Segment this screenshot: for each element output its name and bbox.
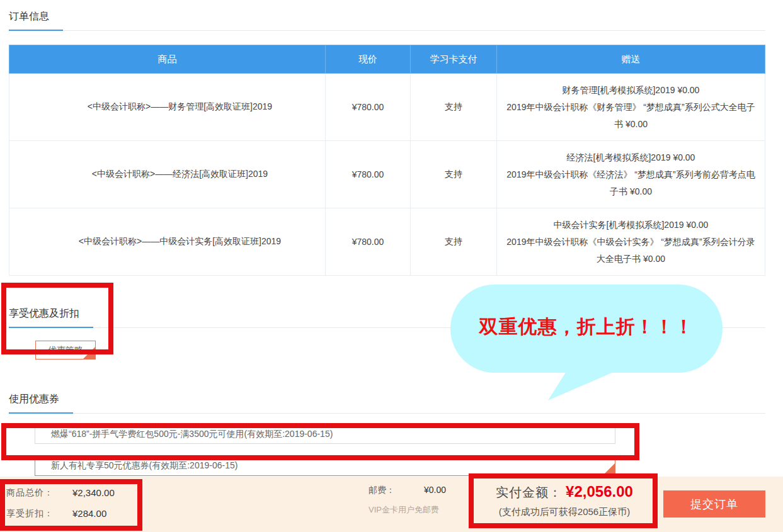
gift-line: 财务管理[机考模拟系统]2019 ¥0.00 <box>505 82 757 99</box>
shipping-fee-label: 邮费： <box>369 485 424 496</box>
gift-cell: 中级会计实务[机考模拟系统]2019 ¥0.00 2019年中级会计职称《中级会… <box>497 208 765 276</box>
submit-order-button[interactable]: 提交订单 <box>663 490 765 518</box>
discount-amount-value: ¥284.00 <box>72 508 115 519</box>
product-name: <中级会计职称>——财务管理[高效取证班]2019 <box>9 74 326 141</box>
payable-amount-value: ¥2,056.00 <box>566 483 633 501</box>
gift-cell: 财务管理[机考模拟系统]2019 ¥0.00 2019年中级会计职称《财务管理》… <box>497 74 765 141</box>
table-row: <中级会计职称>——财务管理[高效取证班]2019 ¥780.00 支持 财务管… <box>9 74 765 141</box>
coupon-label: 燃爆“618”-拼手气学费红包500元-满3500元可使用(有效期至:2019-… <box>51 429 333 439</box>
shipping-fee-value: ¥0.00 <box>424 485 446 496</box>
card-pay-support: 支持 <box>411 141 497 208</box>
selected-check-icon: ✓ <box>83 347 95 359</box>
discount-strategy-button[interactable]: 优惠策略 ✓ <box>35 341 96 359</box>
coupon-section-title: 使用优惠券 <box>9 389 73 414</box>
promo-callout-text: 双重优惠，折上折！！！ <box>479 314 694 344</box>
table-row: <中级会计职称>——经济法[高效取证班]2019 ¥780.00 支持 经济法[… <box>9 141 765 208</box>
order-summary-bar: 商品总价： ¥2,340.00 享受折扣： ¥284.00 邮费： ¥0.00 … <box>0 477 783 532</box>
col-header-card-pay: 学习卡支付 <box>411 45 497 74</box>
product-price: ¥780.00 <box>326 208 411 276</box>
product-price: ¥780.00 <box>326 74 411 141</box>
col-header-product: 商品 <box>9 45 326 74</box>
selected-check-icon: ✓ <box>603 463 615 475</box>
order-info-title: 订单信息 <box>9 6 63 31</box>
totals-block: 商品总价： ¥2,340.00 享受折扣： ¥284.00 <box>6 487 115 519</box>
card-pay-support: 支持 <box>411 208 497 276</box>
coupon-section-header: 使用优惠券 <box>9 389 765 414</box>
payable-amount-label: 实付金额： <box>496 484 562 501</box>
table-row: <中级会计职称>——中级会计实务[高效取证班]2019 ¥780.00 支持 中… <box>9 208 765 276</box>
col-header-gifts: 赠送 <box>497 45 765 74</box>
total-price-value: ¥2,340.00 <box>72 487 115 499</box>
product-price: ¥780.00 <box>326 141 411 208</box>
card-pay-support: 支持 <box>411 74 497 141</box>
discount-section-title: 享受优惠及折扣 <box>9 303 93 328</box>
gift-line: 2019年中级会计职称《中级会计实务》 “梦想成真”系列会计分录大全电子书 ¥0… <box>505 234 757 268</box>
order-table-header-row: 商品 现价 学习卡支付 赠送 <box>9 45 765 74</box>
col-header-price: 现价 <box>326 45 411 74</box>
reward-coins-note: (支付成功后可获得2056正保币) <box>474 506 655 518</box>
gift-line: 经济法[机考模拟系统]2019 ¥0.00 <box>505 149 757 166</box>
total-price-label: 商品总价： <box>6 487 72 499</box>
vip-free-shipping-note: VIP金卡用户免邮费 <box>369 504 446 516</box>
gift-line: 2019年中级会计职称《财务管理》 “梦想成真”系列公式大全电子书 ¥0.00 <box>505 99 757 133</box>
order-info-header: 订单信息 <box>9 6 765 31</box>
coupon-label: 新人有礼专享50元优惠券(有效期至:2019-06-15) <box>51 460 237 470</box>
discount-strategy-label: 优惠策略 <box>48 345 83 355</box>
gift-cell: 经济法[机考模拟系统]2019 ¥0.00 2019年中级会计职称《经济法》 “… <box>497 141 765 208</box>
product-name: <中级会计职称>——中级会计实务[高效取证班]2019 <box>9 208 326 276</box>
gift-line: 2019年中级会计职称《经济法》 “梦想成真”系列考前必背考点电子书 ¥0.00 <box>505 166 757 200</box>
shipping-block: 邮费： ¥0.00 VIP金卡用户免邮费 <box>369 485 446 516</box>
checkout-page: 订单信息 商品 现价 学习卡支付 赠送 <中级会计职称>——财务管理[高效取证班… <box>0 0 783 532</box>
payable-block: 实付金额： ¥2,056.00 (支付成功后可获得2056正保币) <box>474 483 655 518</box>
gift-line: 中级会计实务[机考模拟系统]2019 ¥0.00 <box>505 217 757 234</box>
order-table: 商品 现价 学习卡支付 赠送 <中级会计职称>——财务管理[高效取证班]2019… <box>9 45 765 276</box>
coupon-option-newuser-50[interactable]: 新人有礼专享50元优惠券(有效期至:2019-06-15) ✓ <box>35 455 615 476</box>
product-name: <中级会计职称>——经济法[高效取证班]2019 <box>9 141 326 208</box>
discount-amount-label: 享受折扣： <box>6 508 72 519</box>
promo-callout-bubble: 双重优惠，折上折！！！ <box>450 285 723 373</box>
coupon-option-618-redpacket[interactable]: 燃爆“618”-拼手气学费红包500元-满3500元可使用(有效期至:2019-… <box>35 424 615 444</box>
